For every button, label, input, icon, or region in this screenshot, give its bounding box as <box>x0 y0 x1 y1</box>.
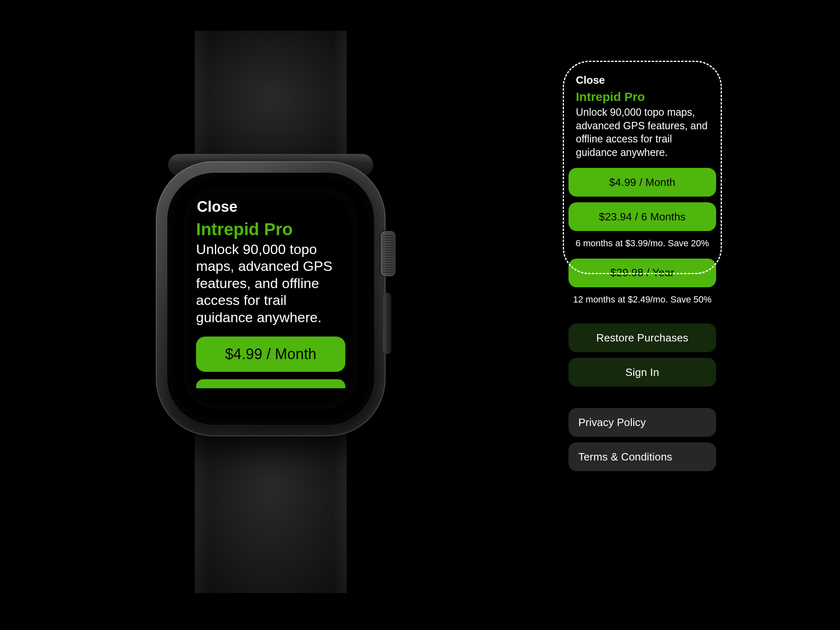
full-scroll-panel: Close Intrepid Pro Unlock 90,000 topo ma… <box>568 66 716 471</box>
close-button[interactable]: Close <box>576 74 716 87</box>
plan-six-month-button[interactable]: $23.94 / 6 Months <box>568 202 716 231</box>
apple-watch-mockup: Close Intrepid Pro Unlock 90,000 topo ma… <box>127 31 414 593</box>
next-plan-peek[interactable] <box>196 379 345 388</box>
watch-case: Close Intrepid Pro Unlock 90,000 topo ma… <box>156 161 386 436</box>
watch-bezel: Close Intrepid Pro Unlock 90,000 topo ma… <box>167 173 374 425</box>
side-button[interactable] <box>383 293 391 354</box>
digital-crown[interactable] <box>381 231 395 276</box>
plan-monthly-button[interactable]: $4.99 / Month <box>196 337 345 372</box>
restore-purchases-button[interactable]: Restore Purchases <box>568 323 716 352</box>
privacy-policy-button[interactable]: Privacy Policy <box>568 408 716 437</box>
product-description: Unlock 90,000 topo maps, advanced GPS fe… <box>576 105 710 159</box>
product-title: Intrepid Pro <box>576 90 716 104</box>
product-description: Unlock 90,000 topo maps, advanced GPS fe… <box>196 241 345 326</box>
sign-in-button[interactable]: Sign In <box>568 358 716 387</box>
plan-yearly-button[interactable]: $29.98 / Year <box>568 259 716 287</box>
product-title: Intrepid Pro <box>196 220 345 239</box>
watch-screen: Close Intrepid Pro Unlock 90,000 topo ma… <box>184 188 358 409</box>
plan-six-month-subtext: 6 months at $3.99/mo. Save 20% <box>568 238 716 250</box>
terms-conditions-button[interactable]: Terms & Conditions <box>568 442 716 471</box>
plan-monthly-button[interactable]: $4.99 / Month <box>568 168 716 197</box>
close-button[interactable]: Close <box>197 198 345 215</box>
plan-yearly-subtext: 12 months at $2.49/mo. Save 50% <box>568 294 716 306</box>
watch-band-top <box>195 31 347 168</box>
